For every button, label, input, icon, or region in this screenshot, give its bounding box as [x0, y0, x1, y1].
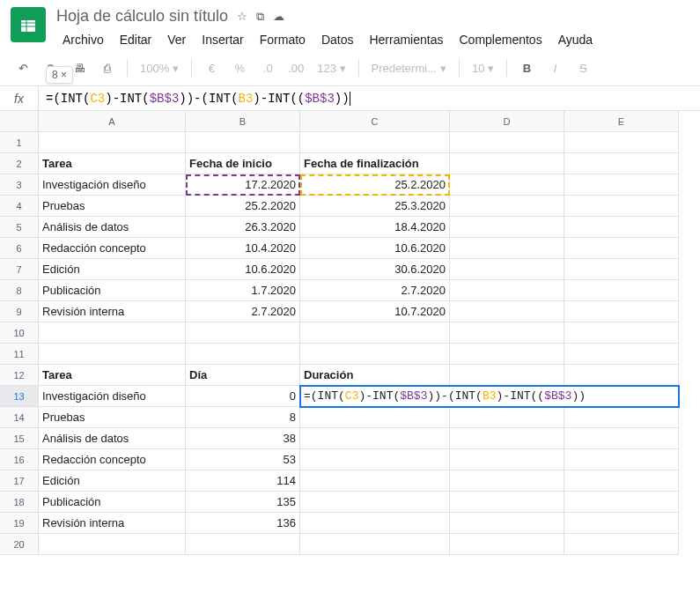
cell-C1[interactable]	[300, 132, 450, 153]
cell-E9[interactable]	[564, 301, 679, 322]
cell-A6[interactable]: Redacción concepto	[39, 238, 186, 259]
row-header-20[interactable]: 20	[0, 534, 39, 555]
row-header-5[interactable]: 5	[0, 217, 39, 238]
row-header-1[interactable]: 1	[0, 132, 39, 153]
menu-herramientas[interactable]: Herramientas	[363, 29, 449, 50]
formula-input[interactable]: =(INT(C3)-INT($B$3))-(INT(B3)-INT(($B$3)…	[39, 86, 700, 110]
cell-B7[interactable]: 10.6.2020	[186, 259, 300, 280]
cell-D8[interactable]	[450, 280, 564, 301]
cell-E2[interactable]	[564, 153, 679, 174]
cell-B4[interactable]: 25.2.2020	[186, 196, 300, 217]
cell-D11[interactable]	[450, 344, 564, 365]
cell-B19[interactable]: 136	[186, 513, 300, 534]
cell-E19[interactable]	[564, 513, 679, 534]
row-header-19[interactable]: 19	[0, 513, 39, 534]
star-icon[interactable]: ☆	[237, 10, 247, 24]
cell-C9[interactable]: 10.7.2020	[300, 301, 450, 322]
cell-A9[interactable]: Revisión interna	[39, 301, 186, 322]
cell-E6[interactable]	[564, 238, 679, 259]
cell-A17[interactable]: Edición	[39, 470, 186, 492]
menu-ver[interactable]: Ver	[161, 29, 192, 50]
strike-button[interactable]: S	[571, 56, 595, 80]
move-icon[interactable]: ⧉	[256, 10, 264, 24]
cell-A3[interactable]: Investigación diseño	[39, 174, 186, 196]
row-header-13[interactable]: 13	[0, 386, 39, 407]
cell-E10[interactable]	[564, 322, 679, 344]
cell-C11[interactable]	[300, 344, 450, 365]
col-header-C[interactable]: C	[300, 111, 450, 132]
cell-D15[interactable]	[450, 428, 564, 449]
row-header-10[interactable]: 10	[0, 322, 39, 344]
cell-A15[interactable]: Análisis de datos	[39, 428, 186, 449]
cell-E3[interactable]	[564, 174, 679, 196]
cell-A12[interactable]: Tarea	[39, 365, 186, 386]
cell-B2[interactable]: Fecha de inicio	[186, 153, 300, 174]
cell-E7[interactable]	[564, 259, 679, 280]
cell-D18[interactable]	[450, 492, 564, 513]
cell-C5[interactable]: 18.4.2020	[300, 217, 450, 238]
cell-D3[interactable]	[450, 174, 564, 196]
cell-C10[interactable]	[300, 322, 450, 344]
cell-D14[interactable]	[450, 407, 564, 428]
menu-datos[interactable]: Datos	[315, 29, 360, 50]
cell-C3[interactable]: 25.2.2020	[300, 174, 450, 196]
cell-A18[interactable]: Publicación	[39, 492, 186, 513]
row-header-2[interactable]: 2	[0, 153, 39, 174]
cloud-icon[interactable]: ☁	[273, 10, 284, 24]
cell-E4[interactable]	[564, 196, 679, 217]
cell-C8[interactable]: 2.7.2020	[300, 280, 450, 301]
cell-D6[interactable]	[450, 238, 564, 259]
cell-A8[interactable]: Publicación	[39, 280, 186, 301]
cell-B9[interactable]: 2.7.2020	[186, 301, 300, 322]
cell-A20[interactable]	[39, 534, 186, 555]
menu-editar[interactable]: Editar	[114, 29, 158, 50]
cell-C20[interactable]	[300, 534, 450, 555]
cell-A10[interactable]	[39, 322, 186, 344]
col-header-B[interactable]: B	[186, 111, 300, 132]
cell-C15[interactable]	[300, 428, 450, 449]
row-header-4[interactable]: 4	[0, 196, 39, 217]
row-header-15[interactable]: 15	[0, 428, 39, 449]
cell-C2[interactable]: Fecha de finalización	[300, 153, 450, 174]
format-select[interactable]: 123 ▾	[312, 62, 350, 75]
cell-B11[interactable]	[186, 344, 300, 365]
cell-B18[interactable]: 135	[186, 492, 300, 513]
cell-A13[interactable]: Investigación diseño	[39, 386, 186, 407]
percent-button[interactable]: %	[227, 56, 252, 80]
cell-B5[interactable]: 26.3.2020	[186, 217, 300, 238]
cell-D5[interactable]	[450, 217, 564, 238]
cell-C18[interactable]	[300, 492, 450, 513]
cell-E12[interactable]	[564, 365, 679, 386]
currency-button[interactable]: €	[199, 56, 224, 80]
cell-C19[interactable]	[300, 513, 450, 534]
cell-D16[interactable]	[450, 449, 564, 470]
cell-A19[interactable]: Revisión interna	[39, 513, 186, 534]
select-all-corner[interactable]	[0, 111, 39, 132]
menu-formato[interactable]: Formato	[254, 29, 312, 50]
cell-C14[interactable]	[300, 407, 450, 428]
cell-D4[interactable]	[450, 196, 564, 217]
row-header-18[interactable]: 18	[0, 492, 39, 513]
cell-B13[interactable]: 0	[186, 386, 300, 407]
cell-C13[interactable]: =(INT(C3)-INT($B$3))-(INT(B3)-INT(($B$3)…	[300, 386, 679, 407]
cell-C4[interactable]: 25.3.2020	[300, 196, 450, 217]
cell-D7[interactable]	[450, 259, 564, 280]
cell-C16[interactable]	[300, 449, 450, 470]
cell-D17[interactable]	[450, 470, 564, 492]
cell-B12[interactable]: Día	[186, 365, 300, 386]
cell-D1[interactable]	[450, 132, 564, 153]
menu-insertar[interactable]: Insertar	[195, 29, 249, 50]
cell-B3[interactable]: 17.2.2020	[186, 174, 300, 196]
row-header-17[interactable]: 17	[0, 470, 39, 492]
row-header-11[interactable]: 11	[0, 344, 39, 365]
cell-B14[interactable]: 8	[186, 407, 300, 428]
row-header-7[interactable]: 7	[0, 259, 39, 280]
cell-B17[interactable]: 114	[186, 470, 300, 492]
cell-E16[interactable]	[564, 449, 679, 470]
doc-title[interactable]: Hoja de cálculo sin título	[56, 7, 228, 26]
increase-decimal-button[interactable]: .00	[284, 56, 308, 80]
cell-A11[interactable]	[39, 344, 186, 365]
menu-archivo[interactable]: Archivo	[56, 29, 110, 50]
zoom-select[interactable]: 100% ▾	[135, 62, 184, 75]
col-header-A[interactable]: A	[39, 111, 186, 132]
